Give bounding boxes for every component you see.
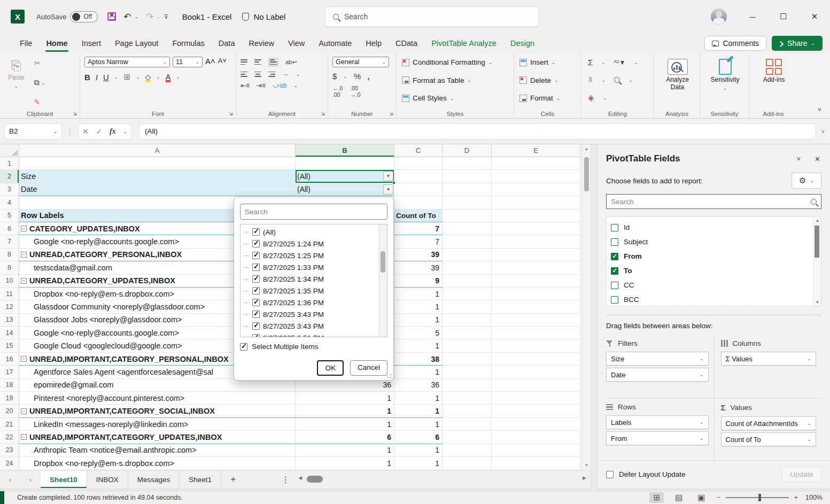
align-right-icon[interactable] [268,72,275,77]
row-header-14[interactable]: 14 [0,327,19,339]
increase-indent-icon[interactable]: ⇥≡ [257,82,266,89]
minimize-button[interactable]: ─ [737,0,768,33]
sheet-tab-sheet10[interactable]: Sheet10 [41,471,87,488]
alignment-dialog-launcher-icon[interactable]: ⇲ [321,111,325,117]
excel-logo-icon[interactable]: X [11,10,25,24]
cell-C13[interactable]: 1 [394,314,443,327]
font-name-select[interactable]: Aptos Narrow⌄ [84,57,170,67]
field-item-cc[interactable]: CC [611,278,821,292]
row-header-7[interactable]: 7 [0,235,19,248]
cell-C23[interactable]: 1 [394,444,443,457]
filters-field-size[interactable]: Size⌄ [606,352,709,366]
clear-chevron-icon[interactable]: ⌄ [603,95,607,100]
field-checkbox-subject[interactable] [611,238,618,246]
cell-C21[interactable]: 1 [394,418,443,431]
cell-B3[interactable]: (All)▼ [296,183,394,196]
cell-D19[interactable] [443,392,492,405]
cell-E6[interactable] [492,222,580,235]
cell-B19[interactable]: 1 [296,392,394,405]
column-header-c[interactable]: C [394,144,443,157]
font-color-button[interactable]: A [166,73,170,81]
insert-cells-button[interactable]: Insert⌄ [519,58,577,66]
row-header-15[interactable]: 15 [0,339,19,352]
find-chevron-icon[interactable]: ⌄ [629,77,633,83]
add-sheet-button[interactable]: + [221,471,245,488]
paste-button[interactable]: ⎘ Paste ⌄ [4,57,28,108]
addins-button[interactable]: Add-ins [754,57,794,86]
cell-C18[interactable]: 36 [394,379,443,392]
ribbon-tab-page-layout[interactable]: Page Layout [108,35,165,52]
field-item-bcc[interactable]: BCC [611,292,821,306]
cell-C22[interactable]: 6 [394,431,443,444]
collapse-group-icon[interactable]: − [21,356,27,362]
filter-item-checkbox[interactable] [252,240,260,247]
row-header-3[interactable]: 3 [0,183,19,196]
filter-item-6[interactable]: 8/27/2025 1:36 PM [244,297,387,308]
cell-C16[interactable]: 38 [394,353,443,366]
area-field-chevron-icon[interactable]: ⌄ [807,421,811,426]
user-avatar[interactable] [711,9,727,25]
insert-function-icon[interactable]: fx [110,127,116,136]
decrease-decimal-icon[interactable]: .00→.0 [350,85,360,98]
fields-search-box[interactable]: Search [606,194,821,209]
collapse-group-icon[interactable]: − [21,434,27,440]
horizontal-scrollbar[interactable]: ◀ ▶ [298,475,586,484]
field-checkbox-from[interactable] [611,253,618,260]
row-header-6[interactable]: 6 [0,222,19,235]
scroll-up-icon[interactable]: ▲ [582,145,591,153]
cell-E11[interactable] [492,288,580,300]
row-header-1[interactable]: 1 [0,157,19,170]
row-header-21[interactable]: 21 [0,418,19,431]
expand-formula-bar-icon[interactable]: ˅ [821,128,825,135]
rows-area[interactable]: RowsLabels⌄From⌄ [606,398,714,461]
wrap-text-icon[interactable]: ab↩ [285,59,297,66]
field-checkbox-id[interactable] [611,224,618,231]
borders-chevron-icon[interactable]: ⌄ [136,74,140,80]
cell-A22[interactable]: −UNREAD,IMPORTANT,CATEGORY_UPDATES,INBOX [19,431,296,444]
cell-E21[interactable] [492,418,580,431]
cell-D4[interactable] [443,196,492,209]
ribbon-tab-design[interactable]: Design [503,35,541,52]
row-header-4[interactable]: 4 [0,196,19,209]
cell-styles-button[interactable]: Cell Styles⌄ [402,94,509,102]
select-all-corner[interactable] [0,144,19,157]
vertical-scroll-thumb[interactable] [584,157,589,191]
filter-item-1[interactable]: 8/27/2025 1:24 PM [244,238,387,250]
ribbon-tab-file[interactable]: File [13,35,39,52]
field-list-scrollbar[interactable]: ▲▼ [813,217,821,306]
sort-filter-chevron-icon[interactable]: ⌄ [634,60,638,65]
fill-chevron-icon[interactable]: ⌄ [602,77,606,83]
fill-color-chevron-icon[interactable]: ⌄ [156,74,160,80]
filter-item-checkbox[interactable] [252,299,260,306]
cell-C24[interactable]: 1 [394,457,443,470]
filters-area[interactable]: FiltersSize⌄Date⌄ [606,335,714,398]
number-dialog-launcher-icon[interactable]: ⇲ [389,111,393,117]
autosum-chevron-icon[interactable]: ⌄ [601,60,606,65]
cell-B20[interactable]: 1 [296,405,394,417]
area-field-chevron-icon[interactable]: ⌄ [807,437,811,442]
currency-chevron-icon[interactable]: ⌄ [343,74,347,79]
filter-item-5[interactable]: 8/27/2025 1:35 PM [244,285,387,297]
cell-D2[interactable] [443,170,492,183]
ribbon-tab-pivottable-analyze[interactable]: PivotTable Analyze [424,35,503,52]
field-list[interactable]: IdSubjectFromToCCBCC▲▼ [606,216,821,306]
format-as-table-button[interactable]: Format as Table⌄ [402,76,509,84]
collapse-group-icon[interactable]: − [21,278,27,284]
cell-D9[interactable] [443,261,492,274]
ribbon-tab-view[interactable]: View [281,35,312,52]
sort-filter-button[interactable]: ᴬᶻ▼ [614,59,626,66]
cell-D20[interactable] [443,405,492,417]
decrease-indent-icon[interactable]: ⇤≡ [241,82,250,89]
cell-B22[interactable]: 6 [296,431,394,444]
values-field-count-of-to[interactable]: Count of To⌄ [721,432,817,446]
field-scroll-down-icon[interactable]: ▼ [813,300,821,305]
cell-E15[interactable] [492,339,580,352]
collapse-ribbon-icon[interactable]: ˅ [818,106,821,114]
row-header-12[interactable]: 12 [0,300,19,313]
row-header-8[interactable]: 8 [0,249,19,261]
search-box[interactable]: Search [325,6,539,27]
ok-button[interactable]: OK [317,360,344,376]
find-select-button[interactable] [614,77,620,83]
area-field-chevron-icon[interactable]: ⌄ [700,436,704,441]
cell-E7[interactable] [492,235,580,248]
